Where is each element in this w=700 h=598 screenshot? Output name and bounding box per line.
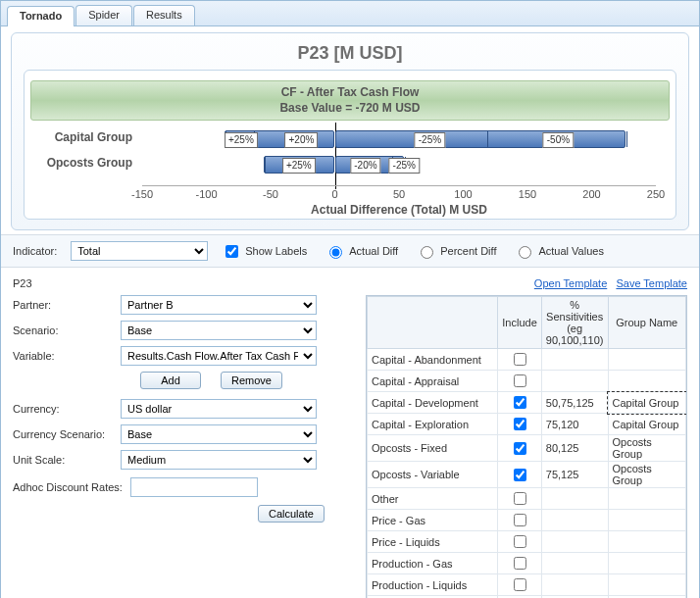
sensitivities-cell[interactable]: 75,120 <box>541 414 608 435</box>
calculate-button[interactable]: Calculate <box>258 505 325 523</box>
indicator-select[interactable]: Total <box>71 241 208 261</box>
add-button[interactable]: Add <box>140 372 201 389</box>
group-name-cell[interactable]: Opcosts Group <box>608 462 685 488</box>
sensitivities-cell[interactable] <box>541 349 608 371</box>
grid-row[interactable]: Production - Gas <box>368 553 686 574</box>
grid-row[interactable]: Capital - Development50,75,125Capital Gr… <box>368 392 686 414</box>
include-checkbox[interactable] <box>514 557 526 570</box>
include-checkbox[interactable] <box>514 374 526 387</box>
include-checkbox[interactable] <box>514 535 526 548</box>
tornado-value-label: +25% <box>225 132 258 148</box>
sensitivities-cell[interactable] <box>541 531 608 553</box>
grid-row[interactable]: Other <box>368 488 686 510</box>
sensitivities-cell[interactable] <box>541 510 608 531</box>
tornado-value-label: -25% <box>415 132 445 148</box>
grid-row[interactable]: Opcosts - Fixed80,125Opcosts Group <box>368 435 686 462</box>
group-name-cell[interactable] <box>608 574 685 596</box>
settings-form: Partner: Partner B Scenario: Base Variab… <box>13 295 356 598</box>
grid-variable-name: Other <box>368 488 498 510</box>
partner-select[interactable]: Partner B <box>121 295 317 315</box>
show-labels-checkbox[interactable] <box>225 245 238 258</box>
sensitivities-cell[interactable]: 75,125 <box>541 462 608 488</box>
currency-scenario-select[interactable]: Base <box>121 424 317 444</box>
radio-actual-values[interactable]: Actual Values <box>514 243 603 259</box>
grid-row[interactable]: Capital - Appraisal <box>368 371 686 392</box>
show-labels-text: Show Labels <box>245 245 307 257</box>
currency-select[interactable]: US dollar <box>121 399 317 419</box>
group-name-cell[interactable] <box>608 510 685 531</box>
adhoc-rates-input[interactable] <box>130 477 258 497</box>
remove-button[interactable]: Remove <box>221 372 282 389</box>
include-checkbox[interactable] <box>514 469 526 481</box>
tornado-value-label: -20% <box>350 158 380 174</box>
radio-percent-diff[interactable]: Percent Diff <box>416 243 496 259</box>
grid-variable-name: Production - Gas <box>368 553 498 574</box>
group-name-cell[interactable] <box>608 349 685 371</box>
grid-variable-name: Opcosts - Variable <box>368 462 498 488</box>
tornado-value-label: +20% <box>285 132 319 148</box>
group-name-cell[interactable]: Opcosts Group <box>608 435 685 462</box>
currency-scenario-label: Currency Scenario: <box>13 428 121 440</box>
open-template-link[interactable]: Open Template <box>534 277 607 289</box>
tornado-value-label: -50% <box>543 132 574 148</box>
sensitivities-cell[interactable] <box>541 553 608 574</box>
adhoc-rates-label: Adhoc Discount Rates: <box>13 481 130 493</box>
sensitivities-cell[interactable]: 80,125 <box>541 435 608 462</box>
sensitivities-grid[interactable]: Include % Sensitivities (eg 90,100,110) … <box>366 295 687 598</box>
x-axis-label: Actual Difference (Total) M USD <box>142 203 656 217</box>
include-checkbox[interactable] <box>514 353 526 366</box>
group-name-cell[interactable]: Capital Group <box>608 414 685 435</box>
tab-tornado[interactable]: Tornado <box>7 6 75 26</box>
include-checkbox[interactable] <box>514 578 526 591</box>
tornado-plot: Capital Group+25%+20%-25%-50%Opcosts Gro… <box>142 126 656 185</box>
sensitivities-cell[interactable] <box>541 371 608 392</box>
include-checkbox[interactable] <box>514 418 526 430</box>
currency-label: Currency: <box>13 403 121 415</box>
save-template-link[interactable]: Save Template <box>616 277 687 289</box>
tornado-chart-panel: P23 [M USD] CF - After Tax Cash Flow Bas… <box>11 32 689 230</box>
tornado-value-label: -25% <box>389 158 420 174</box>
grid-variable-name: Capital - Development <box>368 392 498 414</box>
tornado-row-label: Opcosts Group <box>25 156 132 170</box>
grid-variable-name: Capital - Appraisal <box>368 371 498 392</box>
include-checkbox[interactable] <box>514 396 526 409</box>
include-checkbox[interactable] <box>514 514 526 526</box>
sensitivities-cell[interactable] <box>541 488 608 510</box>
group-name-cell[interactable] <box>608 371 685 392</box>
group-name-cell[interactable] <box>608 531 685 553</box>
unit-scale-select[interactable]: Medium <box>121 450 317 470</box>
group-name-cell[interactable] <box>608 488 685 510</box>
chart-banner: CF - After Tax Cash Flow Base Value = -7… <box>30 80 670 121</box>
grid-variable-name: Capital - Exploration <box>368 414 498 435</box>
variable-label: Variable: <box>13 350 121 362</box>
tab-spider[interactable]: Spider <box>75 5 132 25</box>
radio-actual-diff[interactable]: Actual Diff <box>325 243 398 259</box>
tab-results[interactable]: Results <box>133 5 195 25</box>
variable-select[interactable]: Results.Cash Flow.After Tax Cash Flow <box>121 346 317 366</box>
col-include: Include <box>498 297 541 349</box>
tornado-value-label: +25% <box>282 158 316 174</box>
section-title: P23 <box>13 277 32 289</box>
x-axis: Actual Difference (Total) M USD -150-100… <box>142 185 656 219</box>
grid-row[interactable]: Capital - Exploration75,120Capital Group <box>368 414 686 435</box>
sensitivities-cell[interactable]: 50,75,125 <box>541 392 608 414</box>
include-checkbox[interactable] <box>514 442 526 455</box>
tornado-bar-right <box>335 130 625 148</box>
show-labels-checkbox-wrap[interactable]: Show Labels <box>222 242 307 261</box>
group-name-cell[interactable] <box>608 553 685 574</box>
banner-line-2: Base Value = -720 M USD <box>31 100 669 116</box>
grid-variable-name: Price - Liquids <box>368 531 498 553</box>
grid-row[interactable]: Capital - Abandonment <box>368 349 686 371</box>
grid-row[interactable]: Price - Liquids <box>368 531 686 553</box>
grid-row[interactable]: Price - Gas <box>368 510 686 531</box>
col-group: Group Name <box>608 297 685 349</box>
unit-scale-label: Unit Scale: <box>13 454 121 466</box>
include-checkbox[interactable] <box>514 492 526 505</box>
grid-row[interactable]: Production - Liquids <box>368 574 686 596</box>
scenario-select[interactable]: Base <box>121 321 317 340</box>
tornado-row-label: Capital Group <box>25 130 132 144</box>
sensitivities-cell[interactable] <box>541 574 608 596</box>
group-name-cell[interactable]: Capital Group <box>608 392 685 414</box>
col-sensitivities: % Sensitivities (eg 90,100,110) <box>541 297 608 349</box>
grid-row[interactable]: Opcosts - Variable75,125Opcosts Group <box>368 462 686 488</box>
